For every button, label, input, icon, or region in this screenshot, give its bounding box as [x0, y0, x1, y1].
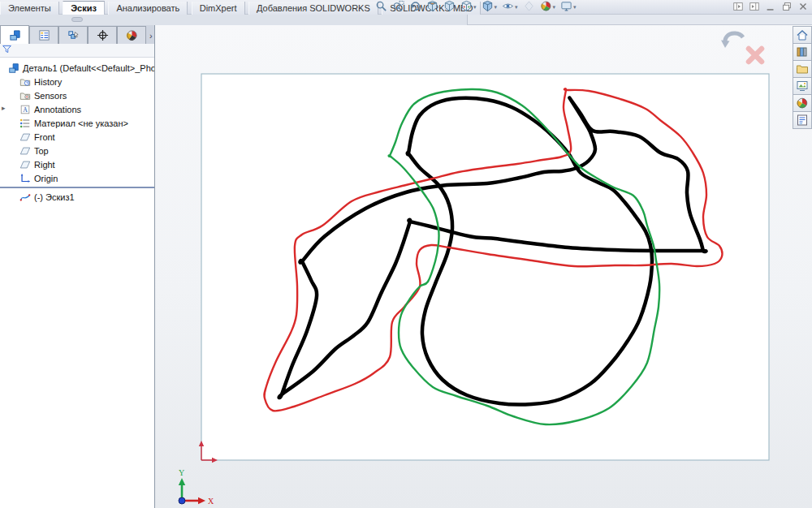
section-view-button[interactable]: [426, 1, 438, 15]
plane-icon: [19, 131, 31, 143]
origin-icon: [19, 173, 31, 184]
zoom-to-fit-button[interactable]: [375, 1, 387, 15]
zoom-to-area-button[interactable]: [392, 1, 404, 15]
solidworks-window: Элементы Эскиз Анализировать DimXpert До…: [0, 0, 812, 508]
tree-item-label: Sensors: [34, 91, 67, 101]
dropdown-arrow-icon[interactable]: ▾: [573, 4, 577, 11]
tree-item-label: Right: [34, 160, 55, 170]
tree-item-label: Origin: [34, 174, 58, 183]
sketch-icon: [19, 192, 31, 203]
heads-up-view-toolbar: ▾▾▾▾▾: [375, 0, 577, 15]
dynamic-annotation-views-icon: [443, 0, 456, 15]
task-pane-strip: [793, 27, 812, 129]
view-settings-button[interactable]: ▾: [560, 1, 577, 15]
tab-overflow-arrow[interactable]: ›: [149, 31, 153, 44]
tree-item[interactable]: ▸AAnnotations: [0, 102, 154, 116]
graphics-area[interactable]: YX: [155, 25, 812, 508]
triad-x-label: X: [208, 497, 214, 506]
collapse-right-pane-button[interactable]: [749, 1, 760, 15]
part-icon: [8, 62, 19, 74]
sensors-icon: [19, 90, 31, 101]
apply-scene-icon: [540, 0, 552, 15]
tree-item-label: Front: [34, 132, 55, 142]
collapsed-commandmanager: [0, 15, 812, 25]
dynamic-annotation-views-button[interactable]: [443, 1, 456, 15]
section-view-icon: [426, 0, 438, 15]
featuremanager-panel: › Деталь1 (Default<<Default>_PhotoWorkHi…: [0, 25, 155, 508]
zoom-to-fit-icon: [375, 0, 387, 15]
close-button[interactable]: [797, 1, 809, 15]
tree-item[interactable]: Front: [0, 130, 154, 144]
hide-show-items-icon: [502, 0, 514, 15]
feature-tree: Деталь1 (Default<<Default>_PhotoWorkHist…: [0, 58, 154, 204]
hide-show-items-button[interactable]: ▾: [502, 1, 518, 15]
zoom-to-area-icon: [392, 0, 404, 15]
plane-icon: [19, 159, 31, 170]
tree-item-label: Top: [34, 146, 49, 156]
dropdown-arrow-icon[interactable]: ▾: [553, 4, 556, 11]
sketch-canvas: YX: [155, 25, 812, 508]
tree-item-label: Annotations: [34, 105, 81, 114]
history-icon: [19, 76, 31, 88]
rollback-bar[interactable]: [0, 187, 154, 188]
material-icon: [19, 118, 31, 129]
tab-sketch[interactable]: Эскиз: [63, 1, 105, 15]
tree-item-label: History: [34, 77, 62, 87]
triad-y-arrowhead: [179, 478, 185, 485]
tree-item-label: (-) Эскиз1: [34, 192, 75, 202]
tree-item[interactable]: (-) Эскиз1: [0, 190, 154, 204]
triad-origin-dot: [179, 497, 185, 504]
dropdown-arrow-icon[interactable]: ▾: [515, 4, 518, 11]
featuremanager-tab[interactable]: [0, 25, 29, 44]
edit-appearance-button[interactable]: [523, 1, 535, 15]
dropdown-arrow-icon[interactable]: ▾: [495, 4, 498, 11]
previous-view-icon: [409, 0, 421, 15]
command-tab-bar: Элементы Эскиз Анализировать DimXpert До…: [0, 0, 812, 15]
custom-properties-button[interactable]: [793, 111, 812, 129]
previous-view-button[interactable]: [409, 1, 421, 15]
tree-item[interactable]: Origin: [0, 171, 154, 185]
featuremanager-tab-strip: ›: [0, 25, 154, 44]
tree-item[interactable]: Top: [0, 144, 154, 157]
tree-item[interactable]: Материал <не указан>: [0, 116, 154, 130]
solidworks-resources-button[interactable]: [793, 26, 812, 44]
annotations-icon: A: [19, 104, 31, 115]
configurationmanager-tab[interactable]: [58, 26, 88, 44]
design-library-button[interactable]: [793, 43, 812, 61]
tree-item-label: Деталь1 (Default<<Default>_PhotoWork: [23, 63, 154, 73]
file-explorer-button[interactable]: [793, 60, 812, 78]
restore-button[interactable]: [781, 1, 793, 15]
minimize-button[interactable]: [765, 1, 776, 15]
collapse-left-pane-button[interactable]: [732, 1, 744, 15]
view-palette-button[interactable]: [793, 77, 812, 95]
tree-item[interactable]: Деталь1 (Default<<Default>_PhotoWork: [0, 61, 154, 75]
propertymanager-tab[interactable]: [29, 26, 58, 44]
tree-item[interactable]: Sensors: [0, 88, 154, 102]
triad-x-arrowhead: [198, 497, 205, 504]
tree-item-label: Материал <не указан>: [34, 118, 128, 128]
exit-sketch-icon[interactable]: [718, 30, 747, 53]
panel-collapse-handle[interactable]: [71, 17, 83, 22]
cancel-sketch-icon[interactable]: [745, 45, 766, 66]
appearances-scenes-button[interactable]: [793, 94, 812, 112]
dropdown-arrow-icon[interactable]: ▾: [473, 4, 477, 11]
view-settings-icon: [560, 0, 572, 15]
tree-filter-row[interactable]: [0, 44, 154, 58]
dimxpertmanager-tab[interactable]: [88, 26, 117, 44]
display-style-button[interactable]: ▾: [482, 1, 498, 15]
confirmation-corner: [718, 30, 775, 71]
display-style-icon: [482, 0, 494, 15]
plane-icon: [19, 145, 31, 157]
filter-icon: [2, 43, 12, 58]
triad-y-label: Y: [179, 468, 184, 477]
tree-item[interactable]: History: [0, 75, 154, 88]
apply-scene-button[interactable]: ▾: [540, 1, 556, 15]
displaymanager-tab[interactable]: [117, 26, 146, 44]
window-controls: [732, 1, 809, 15]
svg-text:A: A: [23, 106, 28, 114]
view-orientation-button[interactable]: ▾: [460, 1, 477, 15]
edit-appearance-icon: [523, 0, 535, 15]
tree-item[interactable]: Right: [0, 157, 154, 171]
expander-icon[interactable]: ▸: [2, 104, 6, 112]
view-orientation-icon: [460, 0, 473, 15]
